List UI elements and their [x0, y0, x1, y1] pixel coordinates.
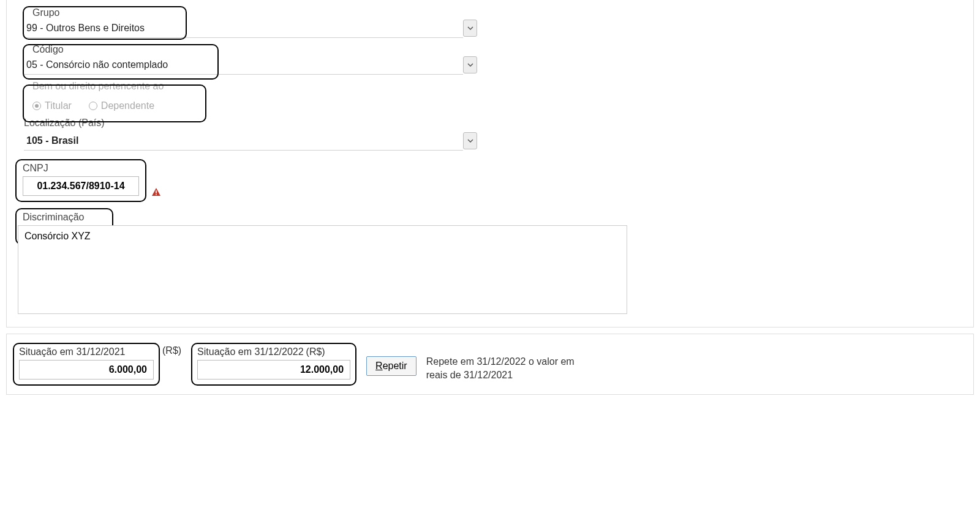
form-panel: Grupo 99 - Outros Bens e Direitos Código…: [6, 0, 974, 327]
radio-circle-icon: [89, 102, 97, 110]
grupo-value: 99 - Outros Bens e Direitos: [24, 18, 463, 38]
grupo-dropdown-button[interactable]: [463, 20, 477, 37]
repetir-accel: R: [375, 361, 383, 371]
situacao-2021-label: Situação em 31/12/2021: [19, 346, 125, 357]
situacao-2021-suffix: (R$): [162, 345, 181, 356]
svg-rect-0: [156, 190, 157, 193]
svg-rect-1: [156, 194, 157, 195]
repetir-button[interactable]: Repetir: [366, 356, 417, 376]
radio-dependente-label: Dependente: [101, 100, 154, 111]
localizacao-value: 105 - Brasil: [24, 131, 463, 151]
pertencente-label: Bem ou direito pertencente ao: [24, 81, 967, 92]
cnpj-label: CNPJ: [23, 163, 139, 174]
grupo-select[interactable]: 99 - Outros Bens e Direitos: [24, 18, 477, 38]
repetir-hint: Repete em 31/12/2022 o valor em reais de…: [426, 355, 598, 383]
codigo-select[interactable]: 05 - Consórcio não contemplado: [24, 55, 477, 75]
discriminacao-label: Discriminação: [23, 212, 960, 223]
codigo-value: 05 - Consórcio não contemplado: [24, 55, 463, 75]
chevron-down-icon: [467, 138, 473, 144]
situacao-2021-input[interactable]: [19, 360, 154, 380]
situacao-panel: Situação em 31/12/2021 (R$) Situação em …: [6, 334, 974, 395]
radio-titular: Titular: [32, 100, 72, 111]
warning-icon: [151, 187, 161, 197]
situacao-2021-group: Situação em 31/12/2021: [13, 343, 160, 386]
localizacao-dropdown-button[interactable]: [463, 132, 477, 149]
codigo-dropdown-button[interactable]: [463, 56, 477, 73]
chevron-down-icon: [467, 62, 473, 68]
radio-dependente: Dependente: [89, 100, 154, 111]
codigo-label: Código: [24, 44, 967, 55]
chevron-down-icon: [467, 25, 473, 31]
radio-titular-label: Titular: [45, 100, 72, 111]
discriminacao-textarea[interactable]: [18, 225, 627, 314]
situacao-2022-input[interactable]: [197, 360, 350, 380]
localizacao-select[interactable]: 105 - Brasil: [24, 131, 477, 151]
grupo-label: Grupo: [24, 7, 967, 18]
situacao-2022-group: Situação em 31/12/2022(R$): [191, 343, 356, 386]
cnpj-group: CNPJ: [15, 159, 146, 202]
repetir-rest: epetir: [383, 361, 407, 371]
localizacao-label: Localização (País): [24, 118, 967, 129]
cnpj-input[interactable]: [23, 176, 139, 196]
situacao-2022-suffix: (R$): [306, 346, 325, 357]
radio-circle-selected-icon: [32, 102, 41, 110]
situacao-2022-label: Situação em 31/12/2022: [197, 346, 303, 357]
